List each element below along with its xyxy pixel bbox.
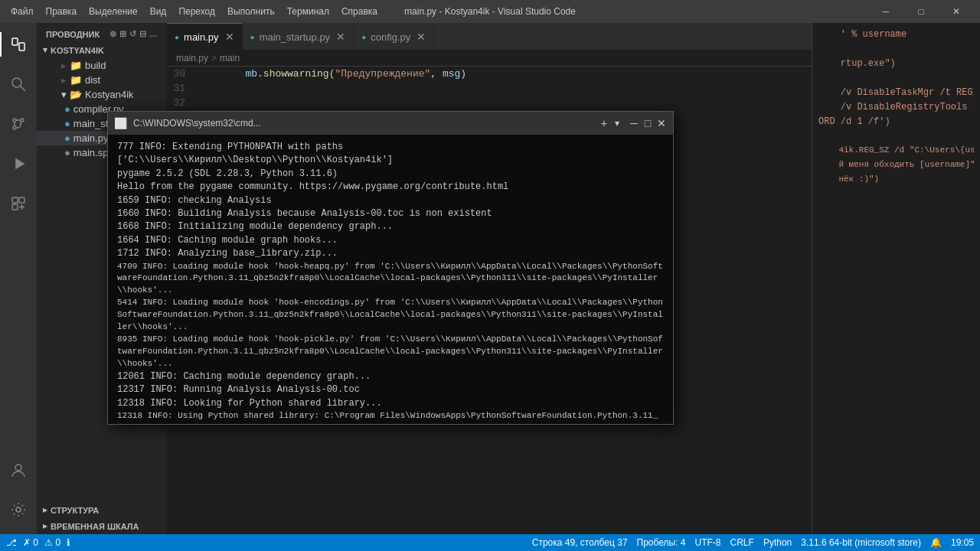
menu-run[interactable]: Выполнить [223,5,279,18]
sidebar-root-label: KOSTYAN4IK [51,46,104,55]
menu-selection[interactable]: Выделение [84,5,142,18]
editor-line-30: 30 mb.showwarning("Предупреждение", msg) [167,67,812,81]
svg-point-5 [21,119,24,122]
terminal-line: pygame 2.5.2 (SDL 2.28.3, Python 3.11.6) [117,168,664,181]
terminal-minimize-button[interactable]: ─ [629,118,639,129]
sidebar-timeline[interactable]: ▸ ВРЕМЕННАЯ ШКАЛА [37,518,167,534]
terminal-line: ['C:\\Users\\Кирилл\\Desktop\\Python\\Ko… [117,154,664,167]
titlebar-left: Файл Правка Выделение Вид Переход Выполн… [6,5,382,18]
activity-extensions[interactable] [0,185,37,222]
right-panel-line: rtup.exe") [818,58,974,73]
file-icon: ● [250,33,255,41]
terminal-close-button[interactable]: ✕ [656,118,667,129]
tab-main-startup-py[interactable]: ● main_startup.py ✕ [243,23,354,50]
ellipsis-icon[interactable]: … [149,29,158,39]
sidebar-root-kostyan4ik[interactable]: ▾ KOSTYAN4IK [37,42,167,58]
menu-edit[interactable]: Правка [41,5,82,18]
refresh-icon[interactable]: ↺ [129,29,136,39]
line-ending[interactable]: CRLF [730,537,754,548]
activity-git[interactable] [0,106,37,142]
terminal-line: 1712 INFO: Analyzing base_library.zip... [117,247,664,260]
maximize-button[interactable]: □ [903,0,939,23]
cursor-position[interactable]: Строка 49, столбец 37 [532,537,628,548]
terminal-line: 5414 INFO: Loading module hook 'hook-enc… [117,297,664,334]
new-folder-icon[interactable]: ⊞ [119,29,126,39]
tab-label: config.py [371,31,410,43]
language-mode[interactable]: Python [763,537,792,548]
terminal-body: 777 INFO: Extending PYTHONPATH with path… [108,135,673,424]
collapse-all-icon[interactable]: ⊟ [139,29,146,39]
right-panel-line: ' % username [818,29,974,44]
svg-line-3 [21,86,25,91]
encoding[interactable]: UTF-8 [695,537,721,548]
menu-file[interactable]: Файл [6,5,38,18]
terminal-window: ⬜ C:\WINDOWS\system32\cmd... + ▾ ─ □ ✕ 7… [107,111,674,425]
sidebar-title: ПРОВОДНИК [46,30,100,39]
right-panel-line: ORD /d 1 /f') [818,116,974,131]
terminal-line: Hello from the pygame community. https:/… [117,181,664,194]
tab-close-button[interactable]: ✕ [225,31,234,43]
menu-go[interactable]: Переход [174,5,220,18]
svg-rect-9 [19,197,24,203]
terminal-line: 4709 INFO: Loading module hook 'hook-hea… [117,261,664,298]
sidebar-item-kostyan4ik-folder[interactable]: ▾ 📂 Kostyan4ik [37,87,167,102]
window-controls: ─ □ ✕ [868,0,974,23]
chevron-down-icon: ▾ [61,89,67,100]
terminal-line: 12061 INFO: Caching module dependency gr… [117,370,664,383]
breadcrumb-sep: > [211,53,217,64]
sidebar-header-icons: ⊕ ⊞ ↺ ⊟ … [109,29,158,39]
warning-count[interactable]: ⚠ 0 [44,537,60,548]
terminal-line: 8935 INFO: Loading module hook 'hook-pic… [117,334,664,370]
breadcrumb-symbol[interactable]: main [220,53,240,64]
sidebar-structure[interactable]: ▸ СТРУКТУРА [37,502,167,518]
notification-icon[interactable]: 🔔 [930,537,942,548]
error-count[interactable]: ✗ 0 [23,537,38,548]
terminal-icon: ⬜ [114,117,127,129]
sidebar-item-dist[interactable]: ▸ 📁 dist [37,73,167,87]
tab-main-py[interactable]: ● main.py ✕ [167,23,243,50]
python-version[interactable]: 3.11.6 64-bit (microsoft store) [801,537,921,548]
indentation[interactable]: Пробелы: 4 [637,537,686,548]
chevron-right-icon: ▸ [61,60,67,71]
open-folder-icon: 📂 [70,89,82,100]
close-button[interactable]: ✕ [939,0,974,23]
minimize-button[interactable]: ─ [868,0,903,23]
terminal-line: 12318 INFO: Looking for Python shared li… [117,397,664,410]
right-panel-line: й меня обходить [username]") [818,160,974,174]
terminal-line: 1668 INFO: Initializing module dependenc… [117,220,664,233]
right-panel-line [818,73,974,87]
sidebar-header: ПРОВОДНИК ⊕ ⊞ ↺ ⊟ … [37,23,167,42]
activity-explorer[interactable] [0,26,37,63]
activity-bottom [0,452,37,528]
titlebar: Файл Правка Выделение Вид Переход Выполн… [0,0,980,23]
titlebar-menu: Файл Правка Выделение Вид Переход Выполн… [6,5,382,18]
new-file-icon[interactable]: ⊕ [109,29,116,39]
terminal-tab-new[interactable]: + [598,117,610,129]
tab-close-button[interactable]: ✕ [416,31,426,43]
tab-config-py[interactable]: ● config.py ✕ [354,23,434,50]
svg-point-6 [13,126,16,129]
statusbar: ⎇ ✗ 0 ⚠ 0 ℹ Строка 49, столбец 37 Пробел… [0,534,980,551]
file-icon: ● [361,33,366,41]
tab-label: main.py [184,31,219,43]
tab-close-button[interactable]: ✕ [336,31,345,43]
folder-icon: 📁 [70,60,82,71]
sidebar-item-build[interactable]: ▸ 📁 build [37,58,167,73]
error-icon: ✗ [23,537,31,548]
terminal-line: 12317 INFO: Running Analysis Analysis-00… [117,383,664,396]
right-panel-line: /v DisableRegistryTools /t REG_DWORD /d … [818,102,974,116]
terminal-tab-dropdown[interactable]: ▾ [612,117,622,129]
activity-settings[interactable] [0,491,37,528]
activity-accounts[interactable] [0,452,37,488]
menu-view[interactable]: Вид [145,5,172,18]
terminal-maximize-button[interactable]: □ [642,118,653,129]
svg-rect-8 [12,197,18,203]
svg-rect-10 [12,204,18,210]
breadcrumb-file[interactable]: main.py [176,53,208,64]
chevron-right-icon: ▸ [43,505,47,515]
activity-debug[interactable] [0,145,37,182]
menu-terminal[interactable]: Терминал [283,5,334,18]
right-panel-line: /v DisableTaskMgr /t REG_DWORD /d 1 /f') [818,87,974,102]
menu-help[interactable]: Справка [337,5,382,18]
activity-search[interactable] [0,66,37,103]
